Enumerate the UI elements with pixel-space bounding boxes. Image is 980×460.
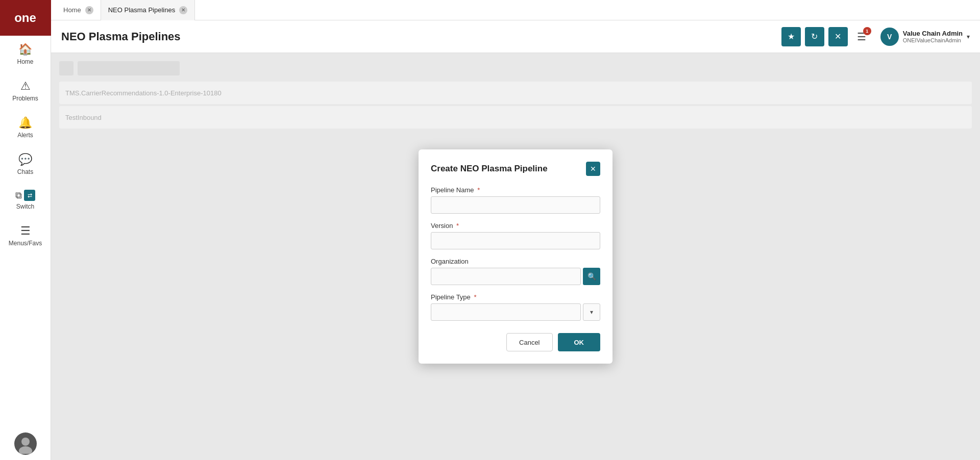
logo-text: one <box>14 11 36 25</box>
modal-close-icon: ✕ <box>590 165 596 173</box>
user-section: V Value Chain Admin ONEIValueChainAdmin … <box>875 28 970 46</box>
organization-group: Organization 🔍 <box>431 258 600 285</box>
sidebar-item-alerts[interactable]: 🔔 Alerts <box>0 109 51 146</box>
svg-point-1 <box>21 438 30 446</box>
switch-pages-icon: ⧉ <box>15 190 22 201</box>
tab-neo-label: NEO Plasma Pipelines <box>108 6 176 14</box>
organization-search-button[interactable]: 🔍 <box>583 268 600 285</box>
user-id: ONEIValueChainAdmin <box>903 37 963 43</box>
user-info: Value Chain Admin ONEIValueChainAdmin <box>903 30 963 43</box>
sidebar-bottom <box>0 432 51 460</box>
create-pipeline-modal: Create NEO Plasma Pipeline ✕ Pipeline Na… <box>419 149 612 364</box>
home-icon: 🏠 <box>18 43 32 56</box>
page-header: NEO Plasma Pipelines ★ ↻ ✕ ☰ 1 V Value C… <box>51 20 980 53</box>
modal-overlay: Create NEO Plasma Pipeline ✕ Pipeline Na… <box>51 53 980 460</box>
user-avatar: V <box>880 28 899 46</box>
ok-button[interactable]: OK <box>558 333 601 351</box>
sidebar-label-home: Home <box>17 58 33 65</box>
app-logo[interactable]: one <box>0 0 51 36</box>
menu-button[interactable]: ☰ 1 <box>852 27 871 46</box>
close-button[interactable]: ✕ <box>828 27 848 46</box>
chats-icon: 💬 <box>18 153 32 166</box>
star-button[interactable]: ★ <box>781 27 801 46</box>
sidebar-label-alerts: Alerts <box>17 132 33 139</box>
version-label: Version * <box>431 222 600 229</box>
pipeline-type-input[interactable] <box>431 303 581 321</box>
tab-home-label: Home <box>63 6 81 14</box>
user-dropdown-button[interactable]: ▾ <box>967 33 970 40</box>
pipeline-type-label: Pipeline Type * <box>431 293 600 301</box>
switch-arrow-icon: ⇄ <box>24 190 35 201</box>
close-icon: ✕ <box>835 32 841 41</box>
organization-row: 🔍 <box>431 268 600 285</box>
page-title: NEO Plasma Pipelines <box>61 30 781 43</box>
notification-badge: 1 <box>863 27 871 35</box>
organization-label: Organization <box>431 258 600 265</box>
menus-icon: ☰ <box>20 224 31 238</box>
user-avatar-small[interactable] <box>14 432 37 455</box>
pipeline-name-group: Pipeline Name * <box>431 186 600 214</box>
user-name: Value Chain Admin <box>903 30 963 37</box>
search-icon: 🔍 <box>587 272 596 280</box>
switch-icons-group: ⧉ ⇄ <box>15 190 35 201</box>
sidebar-label-switch: Switch <box>16 203 34 210</box>
sidebar-label-menus: Menus/Favs <box>9 240 42 247</box>
cancel-button[interactable]: Cancel <box>506 333 552 351</box>
tab-neo[interactable]: NEO Plasma Pipelines ✕ <box>101 0 195 20</box>
pipeline-type-row: ▾ <box>431 303 600 321</box>
star-icon: ★ <box>788 32 795 41</box>
tab-neo-close[interactable]: ✕ <box>179 6 187 14</box>
sidebar-item-problems[interactable]: ⚠ Problems <box>0 72 51 109</box>
header-actions: ★ ↻ ✕ ☰ 1 V Value Chain Admin ONEIValueC… <box>781 27 970 46</box>
main-area: Home ✕ NEO Plasma Pipelines ✕ NEO Plasma… <box>51 0 980 460</box>
tabs-bar: Home ✕ NEO Plasma Pipelines ✕ <box>51 0 980 20</box>
sidebar-item-chats[interactable]: 💬 Chats <box>0 146 51 183</box>
content-area: TMS.CarrierRecommendations-1.0-Enterpris… <box>51 53 980 460</box>
sidebar: one 🏠 Home ⚠ Problems 🔔 Alerts 💬 Chats ⧉… <box>0 0 51 460</box>
version-input[interactable] <box>431 232 600 249</box>
refresh-button[interactable]: ↻ <box>805 27 824 46</box>
sidebar-item-menus[interactable]: ☰ Menus/Favs <box>0 217 51 254</box>
user-avatar-letter: V <box>887 33 892 41</box>
version-group: Version * <box>431 222 600 249</box>
alerts-icon: 🔔 <box>18 116 32 130</box>
tab-home[interactable]: Home ✕ <box>56 0 101 20</box>
modal-title: Create NEO Plasma Pipeline <box>431 164 548 174</box>
sidebar-label-chats: Chats <box>17 168 33 175</box>
modal-header: Create NEO Plasma Pipeline ✕ <box>431 162 600 176</box>
pipeline-type-dropdown-button[interactable]: ▾ <box>583 303 600 321</box>
pipeline-name-input[interactable] <box>431 196 600 214</box>
modal-footer: Cancel OK <box>431 333 600 351</box>
sidebar-item-switch[interactable]: ⧉ ⇄ Switch <box>0 183 51 217</box>
pipeline-type-group: Pipeline Type * ▾ <box>431 293 600 321</box>
modal-close-button[interactable]: ✕ <box>586 162 600 176</box>
sidebar-item-home[interactable]: 🏠 Home <box>0 36 51 72</box>
pipeline-name-label: Pipeline Name * <box>431 186 600 194</box>
tab-home-close[interactable]: ✕ <box>85 6 93 14</box>
sidebar-label-problems: Problems <box>12 95 38 102</box>
refresh-icon: ↻ <box>811 32 818 41</box>
organization-input[interactable] <box>431 268 581 285</box>
problems-icon: ⚠ <box>20 80 31 93</box>
